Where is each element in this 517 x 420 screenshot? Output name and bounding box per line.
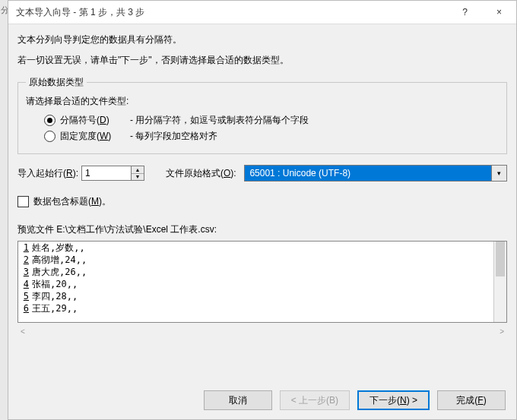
preview-line-text: 姓名,岁数,, <box>30 242 85 254</box>
preview-line: 1姓名,岁数,, <box>18 242 494 254</box>
next-button[interactable]: 下一步(N) > <box>357 390 430 410</box>
dialog-title: 文本导入向导 - 第 1 步，共 3 步 <box>16 6 448 19</box>
encoding-select[interactable]: 65001 : Unicode (UTF-8) <box>244 165 492 182</box>
preview-line: 6王五,29,, <box>18 302 494 314</box>
radio-fixed-width-desc: - 每列字段加空格对齐 <box>130 130 217 143</box>
radio-fixed-width-indicator <box>44 131 56 142</box>
cancel-button[interactable]: 取消 <box>204 390 272 410</box>
preview-line-number: 6 <box>18 303 30 314</box>
preview-line: 3唐大虎,26,, <box>18 266 494 278</box>
has-headers-label: 数据包含标题(M)。 <box>33 195 111 208</box>
preview-line: 5李四,28,, <box>18 290 494 302</box>
preview-line-text: 李四,28,, <box>30 290 78 303</box>
encoding-label: 文件原始格式(O): <box>166 167 236 180</box>
spinner-up[interactable]: ▲ <box>132 166 144 174</box>
wizard-dialog: 文本导入向导 - 第 1 步，共 3 步 ? × 文本分列向导判定您的数据具有分… <box>8 0 517 420</box>
intro-text-1: 文本分列向导判定您的数据具有分隔符。 <box>17 33 507 46</box>
preview-line-text: 张福,20,, <box>30 278 78 291</box>
finish-button[interactable]: 完成(F) <box>437 390 506 410</box>
has-headers-checkbox[interactable]: 数据包含标题(M)。 <box>17 195 507 208</box>
intro-text-2: 若一切设置无误，请单击"下一步"，否则请选择最合适的数据类型。 <box>17 54 507 67</box>
hscroll-right[interactable]: > <box>500 327 504 336</box>
spinner-down[interactable]: ▼ <box>132 174 144 181</box>
preview-line-number: 5 <box>18 291 30 302</box>
titlebar: 文本导入向导 - 第 1 步，共 3 步 ? × <box>8 1 516 24</box>
group-legend: 原始数据类型 <box>26 76 87 89</box>
file-type-prompt: 请选择最合适的文件类型: <box>26 95 499 108</box>
preview-line-number: 4 <box>18 279 30 289</box>
hscroll-left[interactable]: < <box>21 327 25 336</box>
start-row-input[interactable] <box>81 166 132 181</box>
start-row-spinner[interactable]: ▲ ▼ <box>81 166 144 181</box>
start-row-label: 导入起始行(R): <box>17 167 78 180</box>
preview-line: 2高彻增,24,, <box>18 254 494 266</box>
back-button: < 上一步(B) <box>280 390 350 410</box>
preview-label: 预览文件 E:\文档工作\方法试验\Excel 工作表.csv: <box>17 223 507 236</box>
preview-line-text: 高彻增,24,, <box>30 254 87 267</box>
scrollbar-thumb[interactable] <box>496 242 505 276</box>
preview-line-text: 王五,29,, <box>30 302 78 315</box>
radio-delimited[interactable]: 分隔符号(D) - 用分隔字符，如逗号或制表符分隔每个字段 <box>44 114 499 127</box>
radio-delimited-indicator <box>44 115 56 126</box>
radio-fixed-width[interactable]: 固定宽度(W) - 每列字段加空格对齐 <box>44 130 499 143</box>
preview-box: 1姓名,岁数,,2高彻增,24,,3唐大虎,26,,4张福,20,,5李四,28… <box>17 241 507 323</box>
radio-delimited-desc: - 用分隔字符，如逗号或制表符分隔每个字段 <box>130 114 309 127</box>
preview-horizontal-scrollbar[interactable]: < > <box>17 327 507 336</box>
encoding-dropdown-button[interactable]: ▾ <box>492 165 507 182</box>
preview-vertical-scrollbar[interactable] <box>493 242 506 322</box>
preview-line-number: 2 <box>18 254 30 265</box>
preview-line: 4张福,20,, <box>18 278 494 290</box>
preview-line-number: 3 <box>18 267 30 277</box>
data-type-group: 原始数据类型 请选择最合适的文件类型: 分隔符号(D) - 用分隔字符，如逗号或… <box>17 76 507 154</box>
radio-fixed-width-label: 固定宽度(W) <box>60 130 130 143</box>
preview-line-text: 唐大虎,26,, <box>30 266 87 279</box>
help-button[interactable]: ? <box>448 1 482 24</box>
preview-line-number: 1 <box>18 242 30 253</box>
close-button[interactable]: × <box>482 1 516 24</box>
checkbox-box <box>17 196 29 207</box>
radio-delimited-label: 分隔符号(D) <box>60 114 130 127</box>
